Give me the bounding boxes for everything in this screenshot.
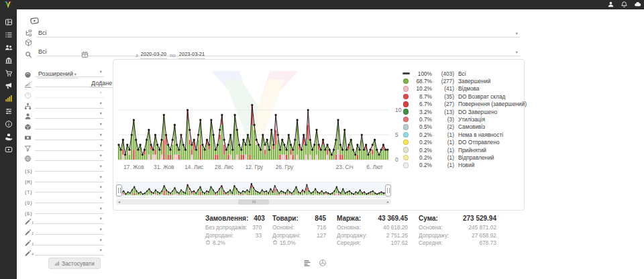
legend-count: (403) (432, 70, 454, 77)
filter-dropdown[interactable] (35, 247, 104, 256)
apply-chart-icon (54, 261, 60, 266)
legend-item[interactable]: 10.2%(41)Відмова (402, 85, 523, 93)
sidebar-item-purchases-icon[interactable] (5, 69, 13, 77)
sidebar-item-info-icon[interactable] (5, 120, 13, 128)
filter-dropdown[interactable] (35, 142, 104, 151)
legend-dot-swatch (402, 162, 410, 168)
legend-item[interactable]: 100%(403)Всі (402, 70, 523, 77)
filter-dropdown[interactable] (35, 184, 104, 192)
sidebar-item-statistics-icon[interactable] (5, 95, 13, 103)
legend-item[interactable]: 3.2%(13)DO Завершено (402, 108, 523, 115)
filter-dropdown[interactable] (35, 131, 104, 140)
sidebar-item-video-icon[interactable] (5, 146, 13, 154)
legend-count: (1) (432, 131, 454, 138)
navigator-scrollbar[interactable]: ◄ ► (116, 199, 391, 205)
legend-item[interactable]: 0.2%(1)DO Отправлено (402, 139, 523, 146)
filter-row: 4 (24, 245, 104, 256)
legend-item[interactable]: 6.7%(27)Повернення (завершений) (402, 101, 523, 108)
stats-sub-label: Допродані: (272, 232, 301, 240)
apply-button[interactable]: Застосувати (48, 258, 101, 269)
sidebar-item-orders-icon[interactable] (5, 31, 13, 39)
filter-dropdown[interactable] (35, 152, 104, 161)
scroll-left-arrow-icon[interactable]: ◄ (116, 199, 122, 205)
filter-dropdown[interactable] (35, 237, 104, 245)
filter-dropdown[interactable] (35, 163, 104, 172)
filter-dropdown[interactable] (35, 78, 104, 87)
stats-column: Замовлення:403Без допродажів:370Допродан… (205, 215, 262, 247)
sidebar-item-customers-icon[interactable] (5, 44, 13, 52)
pencil-index: 1 (32, 221, 34, 225)
legend-count: (1) (432, 162, 454, 168)
y-axis-tick: 0 (395, 156, 398, 163)
navigator-left-handle[interactable] (116, 184, 122, 197)
filter-dropdown[interactable] (35, 100, 104, 109)
notifications-bell-icon[interactable] (621, 1, 628, 8)
legend-item[interactable]: 0.5%(2)Самовивіз (402, 123, 523, 131)
filter-dropdown[interactable] (35, 110, 104, 119)
stats-sub-label: Без допродажів: (205, 224, 248, 232)
legend-percent: 0.2% (410, 139, 432, 146)
stats-title: Товари: (272, 215, 299, 222)
filter-row (24, 77, 104, 88)
legend-label: Нема в наявності (458, 131, 503, 138)
navigator-right-handle[interactable] (385, 184, 391, 197)
legend-item[interactable]: 68.7%(277)Завершений (402, 77, 523, 85)
video-help-icon[interactable] (29, 16, 40, 25)
upsell-percent: 15.0% (280, 239, 296, 247)
user-icon[interactable] (607, 1, 614, 8)
stats-sub-label: Основні: (272, 224, 294, 232)
chart-navigator[interactable] (116, 182, 391, 198)
legend-item[interactable]: 0.2%(1)Відправлений (402, 154, 523, 161)
app-logo[interactable] (3, 1, 13, 9)
upsell-bag-icon (205, 239, 211, 247)
filter-dropdown[interactable] (35, 174, 104, 182)
filter-dropdown[interactable] (35, 215, 104, 224)
product-icon (25, 39, 32, 46)
pencil-icon: 3 (24, 237, 33, 245)
filter-dropdown[interactable] (35, 194, 104, 203)
legend-count: (3) (432, 116, 454, 123)
date-to-input[interactable]: 2023-03-21 (178, 50, 205, 59)
filter-dropdown[interactable] (35, 68, 104, 77)
filter-dropdown[interactable] (35, 121, 104, 129)
legend-item[interactable]: 8.7%(35)DO Возврат склад (402, 93, 523, 100)
filter-row: 2 (24, 224, 104, 235)
funnel-icon (24, 143, 33, 151)
legend-item[interactable]: 0.2%(1)Новий (402, 162, 523, 169)
sidebar-item-company-icon[interactable] (5, 56, 13, 64)
scroll-right-arrow-icon[interactable]: ► (385, 199, 391, 205)
filter-dropdown[interactable] (35, 205, 104, 214)
scrollbar-thumb[interactable] (238, 199, 269, 205)
stats-title: Замовлення: (205, 215, 248, 222)
upsell-bag-icon (272, 239, 278, 247)
calendar-icon: 17 (81, 51, 89, 58)
assistant-cloud-icon[interactable] (634, 1, 641, 8)
status-icon (24, 69, 33, 77)
filter-dropdown[interactable] (35, 226, 104, 235)
stats-sub-value: 678.73 (480, 239, 496, 247)
pie-view-icon[interactable] (319, 258, 327, 266)
custom-field-icon: {S} (24, 164, 33, 172)
stats-sub-label: Основна: (337, 224, 361, 232)
orders-chart: 051017. Жов31. Жов14. Лис28. Лис12. Гру2… (115, 65, 405, 176)
person-icon (24, 111, 33, 119)
product-select[interactable]: Всі (37, 47, 520, 56)
banknote-icon (24, 132, 33, 140)
date-from-input[interactable]: 2020-03-20 (140, 50, 167, 59)
sidebar-item-dashboard-icon[interactable] (5, 18, 13, 26)
legend-item[interactable]: 0.2%(1)Нема в наявності (402, 131, 523, 138)
pencil-index: 4 (32, 252, 34, 256)
sidebar-item-support-icon[interactable] (5, 133, 13, 141)
stats-title: Маржа: (337, 215, 361, 222)
sidebar-item-automation-icon[interactable] (5, 107, 13, 115)
stats-sub-value: 107.62 (391, 239, 408, 247)
stats-sub-label: Допродажу: (337, 232, 367, 240)
filter-row (24, 98, 104, 109)
legend-item[interactable]: 0.2%(1)Прийнятий (402, 146, 523, 154)
sidebar-item-marketing-icon[interactable] (5, 82, 13, 90)
status-group-select[interactable]: Всі (37, 28, 520, 38)
summary-stats: Замовлення:403Без допродажів:370Допродан… (205, 215, 496, 247)
list-view-icon[interactable] (303, 258, 311, 266)
status-group-value: Всі (38, 30, 47, 36)
legend-item[interactable]: 0.7%(3)Утилізація (402, 115, 523, 123)
